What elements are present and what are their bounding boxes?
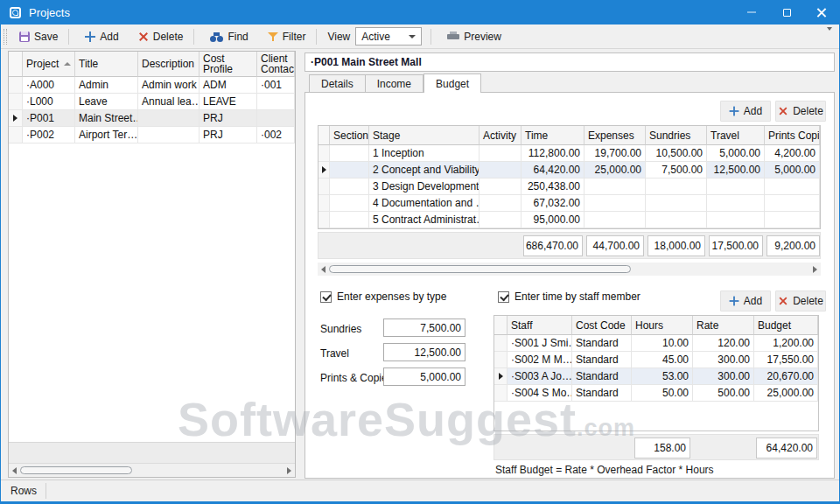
cell-travel[interactable] <box>707 212 765 228</box>
close-button[interactable] <box>804 0 839 24</box>
delete-button[interactable]: Delete <box>131 27 191 46</box>
cell-section[interactable] <box>330 195 369 212</box>
filter-button[interactable]: Filter <box>261 27 313 46</box>
cell-staff[interactable]: ·S002 M M… <box>508 352 572 368</box>
table-row[interactable]: ·A000 Admin Admin work ADM ·001 <box>9 77 295 94</box>
scroll-left-icon[interactable] <box>321 266 326 273</box>
table-row[interactable]: 4 Documentation and … 67,032.00 <box>318 195 820 212</box>
cell-staff[interactable]: ·S003 A Jo… <box>508 368 572 385</box>
travel-field[interactable] <box>383 343 466 361</box>
cell-rate[interactable]: 500.00 <box>693 385 754 402</box>
cell-budget[interactable]: 1,200.00 <box>754 335 818 352</box>
cell-rate[interactable]: 300.00 <box>693 352 754 368</box>
column-header-travel[interactable]: Travel <box>707 126 765 145</box>
column-header-title[interactable]: Title <box>75 52 138 77</box>
cell-prints-copies[interactable] <box>765 212 820 228</box>
find-button[interactable]: Find <box>203 27 255 46</box>
column-header-time[interactable]: Time <box>522 126 584 145</box>
cell-expenses[interactable] <box>584 212 646 228</box>
scroll-right-icon[interactable] <box>813 266 817 273</box>
column-header-sundries[interactable]: Sundries <box>646 126 707 145</box>
table-row[interactable]: ·S004 S Mo… Standard 50.00 500.00 25,000… <box>494 385 818 402</box>
cell-activity[interactable] <box>480 145 522 162</box>
cell-project[interactable]: ·P002 <box>23 127 75 144</box>
prints-copies-field[interactable] <box>383 368 466 386</box>
table-row[interactable]: 5 Contract Administrat… 95,000.00 <box>318 212 820 228</box>
scrollbar-thumb[interactable] <box>329 265 631 273</box>
cell-rate[interactable]: 300.00 <box>693 368 754 385</box>
cell-time[interactable]: 95,000.00 <box>522 212 584 228</box>
column-header-staff[interactable]: Staff <box>508 316 572 335</box>
cell-cost-profile[interactable]: PRJ <box>200 127 257 144</box>
column-header-stage[interactable]: Stage <box>369 126 480 145</box>
cell-staff[interactable]: ·S001 J Smi… <box>508 335 572 352</box>
checkbox-checked-icon[interactable] <box>498 291 509 303</box>
add-button[interactable]: Add <box>78 27 125 46</box>
cell-stage[interactable]: 5 Contract Administrat… <box>369 212 480 228</box>
cell-time[interactable]: 67,032.00 <box>522 195 584 212</box>
cell-section[interactable] <box>330 178 369 195</box>
tab-details[interactable]: Details <box>309 74 366 93</box>
cell-prints-copies[interactable]: 5,000.00 <box>765 162 820 178</box>
column-header-section[interactable]: Section <box>330 126 369 145</box>
cell-cost-code[interactable]: Standard <box>572 368 632 385</box>
table-row[interactable]: 1 Inception 112,800.00 19,700.00 10,500.… <box>318 145 820 162</box>
table-row-selected[interactable]: ·P001 Main Street… PRJ <box>9 110 295 127</box>
cell-activity[interactable] <box>480 162 522 178</box>
cell-hours[interactable]: 45.00 <box>632 352 693 368</box>
cell-rate[interactable]: 120.00 <box>693 335 754 352</box>
cell-expenses[interactable]: 19,700.00 <box>584 145 646 162</box>
scroll-right-icon[interactable] <box>287 467 291 474</box>
cell-stage[interactable]: 4 Documentation and … <box>369 195 480 212</box>
cell-title[interactable]: Leave <box>75 94 138 110</box>
cell-project[interactable]: ·P001 <box>23 110 75 127</box>
column-header-rate[interactable]: Rate <box>693 316 754 335</box>
projects-horizontal-scrollbar[interactable] <box>9 463 295 477</box>
column-header-hours[interactable]: Hours <box>632 316 693 335</box>
column-header-cost-profile[interactable]: Cost Profile <box>200 52 257 77</box>
cell-sundries[interactable] <box>646 212 707 228</box>
cell-time[interactable]: 112,800.00 <box>522 145 584 162</box>
cell-cost-profile[interactable]: PRJ <box>200 110 257 127</box>
cell-description[interactable] <box>138 127 200 144</box>
table-row[interactable]: ·P002 Airport Ter… PRJ ·002 <box>9 127 295 144</box>
cell-activity[interactable] <box>480 212 522 228</box>
staff-add-button[interactable]: Add <box>720 290 771 312</box>
staff-delete-button[interactable]: Delete <box>775 290 826 312</box>
scrollbar-thumb[interactable] <box>20 466 132 474</box>
cell-stage[interactable]: 3 Design Development <box>369 178 480 195</box>
cell-hours[interactable]: 50.00 <box>632 385 693 402</box>
cell-hours[interactable]: 53.00 <box>632 368 693 385</box>
cell-sundries[interactable]: 10,500.00 <box>646 145 707 162</box>
table-row[interactable]: ·S001 J Smi… Standard 10.00 120.00 1,200… <box>494 335 818 352</box>
view-dropdown[interactable]: Active <box>355 27 422 46</box>
cell-prints-copies[interactable] <box>765 178 820 195</box>
save-button[interactable]: Save <box>12 27 65 46</box>
cell-client-contact[interactable] <box>257 110 295 127</box>
cell-sundries[interactable] <box>646 195 707 212</box>
cell-prints-copies[interactable]: 4,200.00 <box>765 145 820 162</box>
cell-budget[interactable]: 20,670.00 <box>754 368 818 385</box>
sundries-field[interactable] <box>383 318 466 337</box>
cell-cost-profile[interactable]: ADM <box>200 77 257 94</box>
cell-project[interactable]: ·A000 <box>23 77 75 94</box>
cell-section[interactable] <box>330 212 369 228</box>
cell-title[interactable]: Admin <box>75 77 138 94</box>
scroll-left-icon[interactable] <box>12 467 17 474</box>
maximize-button[interactable] <box>769 0 804 24</box>
budget-delete-button[interactable]: Delete <box>775 101 826 122</box>
cell-cost-profile[interactable]: LEAVE <box>200 94 257 110</box>
cell-staff[interactable]: ·S004 S Mo… <box>508 385 572 402</box>
expenses-by-type-checkbox[interactable]: Enter expenses by type <box>320 290 446 303</box>
cell-budget[interactable]: 25,000.00 <box>754 385 818 402</box>
column-header-cost-code[interactable]: Cost Code <box>572 316 632 335</box>
cell-description[interactable]: Admin work <box>138 77 200 94</box>
toolbar-overflow-button[interactable] <box>827 31 832 43</box>
cell-prints-copies[interactable] <box>765 195 820 212</box>
cell-section[interactable] <box>330 162 369 178</box>
table-row[interactable]: 3 Design Development 250,438.00 <box>318 178 820 195</box>
table-row-selected[interactable]: 2 Concept and Viability 64,420.00 25,000… <box>318 162 820 178</box>
cell-time[interactable]: 250,438.00 <box>522 178 584 195</box>
cell-expenses[interactable] <box>584 178 646 195</box>
cell-travel[interactable]: 12,500.00 <box>707 162 765 178</box>
